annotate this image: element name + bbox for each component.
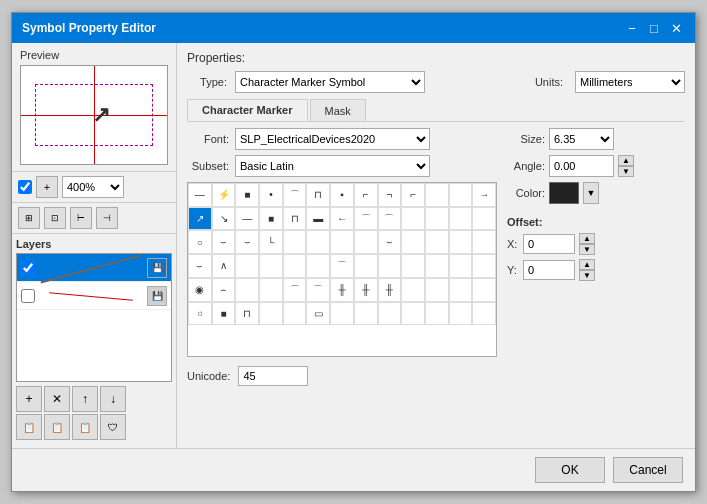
layer-item[interactable]: 💾 (17, 282, 171, 310)
layer-shield-button[interactable]: 🛡 (100, 414, 126, 440)
char-cell[interactable]: ☼ (188, 302, 212, 326)
char-cell[interactable]: ╫ (378, 278, 402, 302)
char-cell[interactable] (235, 278, 259, 302)
ok-button[interactable]: OK (535, 457, 605, 483)
char-cell[interactable] (259, 254, 283, 278)
char-cell[interactable] (354, 254, 378, 278)
char-cell[interactable]: ⚡ (212, 183, 236, 207)
char-cell[interactable]: ⊓ (283, 207, 307, 231)
char-cell[interactable] (449, 254, 473, 278)
angle-down-button[interactable]: ▼ (618, 166, 634, 177)
char-cell[interactable] (449, 207, 473, 231)
char-cell[interactable] (449, 183, 473, 207)
move-up-button[interactable]: ↑ (72, 386, 98, 412)
char-cell[interactable] (330, 230, 354, 254)
zoom-extents-button[interactable]: ⊡ (44, 207, 66, 229)
char-grid[interactable]: — ⚡ ■ • ⌒ ⊓ ▪ ⌐ ¬ ⌐ → ↗ (187, 182, 497, 357)
offset-x-up-button[interactable]: ▲ (579, 233, 595, 244)
char-cell-selected[interactable]: ↗ (188, 207, 212, 231)
char-cell[interactable] (401, 278, 425, 302)
char-cell[interactable]: ⌢ (212, 278, 236, 302)
char-cell[interactable]: ⌐ (401, 183, 425, 207)
char-cell[interactable] (259, 302, 283, 326)
char-cell[interactable]: ▭ (306, 302, 330, 326)
char-cell[interactable] (330, 302, 354, 326)
add-element-button[interactable]: + (36, 176, 58, 198)
layer2-save-icon[interactable]: 💾 (147, 286, 167, 306)
char-cell[interactable]: ■ (212, 302, 236, 326)
layer-paste-button[interactable]: 📋 (44, 414, 70, 440)
char-cell[interactable] (472, 207, 496, 231)
char-cell[interactable]: ⊓ (235, 302, 259, 326)
char-cell[interactable]: ■ (235, 183, 259, 207)
char-cell[interactable]: ⌒ (354, 207, 378, 231)
layer-cut-button[interactable]: 📋 (72, 414, 98, 440)
char-cell[interactable]: ⌒ (378, 207, 402, 231)
char-cell[interactable] (472, 278, 496, 302)
char-cell[interactable]: ⌒ (330, 254, 354, 278)
layer-item[interactable]: 💾 (17, 254, 171, 282)
char-cell[interactable]: — (235, 207, 259, 231)
char-cell[interactable]: ■ (259, 207, 283, 231)
char-cell[interactable]: ⌒ (283, 183, 307, 207)
char-cell[interactable] (354, 302, 378, 326)
char-cell[interactable]: ↘ (212, 207, 236, 231)
char-cell[interactable] (425, 230, 449, 254)
char-cell[interactable] (449, 302, 473, 326)
char-cell[interactable]: ▬ (306, 207, 330, 231)
char-cell[interactable]: ⌣ (378, 230, 402, 254)
maximize-button[interactable]: □ (645, 19, 663, 37)
char-cell[interactable] (425, 302, 449, 326)
char-cell[interactable]: ○ (188, 230, 212, 254)
offset-y-up-button[interactable]: ▲ (579, 259, 595, 270)
char-cell[interactable]: ▪ (330, 183, 354, 207)
char-cell[interactable]: ⌣ (235, 230, 259, 254)
size-select[interactable]: 6.35 8.00 10.00 12.00 (549, 128, 614, 150)
offset-x-input[interactable] (523, 234, 575, 254)
char-cell[interactable]: — (188, 183, 212, 207)
add-layer-button[interactable]: + (16, 386, 42, 412)
char-cell[interactable]: ⌐ (354, 183, 378, 207)
color-dropdown-button[interactable]: ▼ (583, 182, 599, 204)
char-cell[interactable] (425, 254, 449, 278)
char-cell[interactable] (472, 302, 496, 326)
char-cell[interactable] (401, 207, 425, 231)
char-cell[interactable]: • (259, 183, 283, 207)
char-cell[interactable]: ╫ (330, 278, 354, 302)
font-select[interactable]: SLP_ElectricalDevices2020 Arial Symbol W… (235, 128, 430, 150)
zoom-select[interactable]: 400% 100% 200% 800% (62, 176, 124, 198)
char-cell[interactable] (306, 254, 330, 278)
char-cell[interactable] (425, 183, 449, 207)
tab-character-marker[interactable]: Character Marker (187, 99, 308, 121)
char-cell[interactable]: → (472, 183, 496, 207)
char-cell[interactable] (283, 254, 307, 278)
units-select[interactable]: Millimeters Points Pixels Inches Centime… (575, 71, 685, 93)
type-select[interactable]: Character Marker Symbol Simple Marker Sy… (235, 71, 425, 93)
layer1-checkbox[interactable] (21, 261, 35, 275)
char-cell[interactable]: ◉ (188, 278, 212, 302)
char-cell[interactable] (378, 302, 402, 326)
move-down-button[interactable]: ↓ (100, 386, 126, 412)
char-cell[interactable] (378, 254, 402, 278)
offset-y-down-button[interactable]: ▼ (579, 270, 595, 281)
visibility-checkbox[interactable] (18, 180, 32, 194)
char-cell[interactable] (306, 230, 330, 254)
char-cell[interactable]: ∧ (212, 254, 236, 278)
layer1-save-icon[interactable]: 💾 (147, 258, 167, 278)
offset-y-input[interactable] (523, 260, 575, 280)
char-cell[interactable]: ¬ (378, 183, 402, 207)
char-cell[interactable]: └ (259, 230, 283, 254)
color-swatch[interactable] (549, 182, 579, 204)
fit-button[interactable]: ⊞ (18, 207, 40, 229)
char-cell[interactable]: ⌣ (188, 254, 212, 278)
char-cell[interactable]: ⌣ (212, 230, 236, 254)
char-cell[interactable] (354, 230, 378, 254)
char-cell[interactable]: ⌒ (283, 278, 307, 302)
offset-x-down-button[interactable]: ▼ (579, 244, 595, 255)
char-cell[interactable] (401, 302, 425, 326)
minimize-button[interactable]: − (623, 19, 641, 37)
char-cell[interactable] (449, 230, 473, 254)
char-cell[interactable] (235, 254, 259, 278)
delete-layer-button[interactable]: ✕ (44, 386, 70, 412)
unicode-input[interactable] (238, 366, 308, 386)
